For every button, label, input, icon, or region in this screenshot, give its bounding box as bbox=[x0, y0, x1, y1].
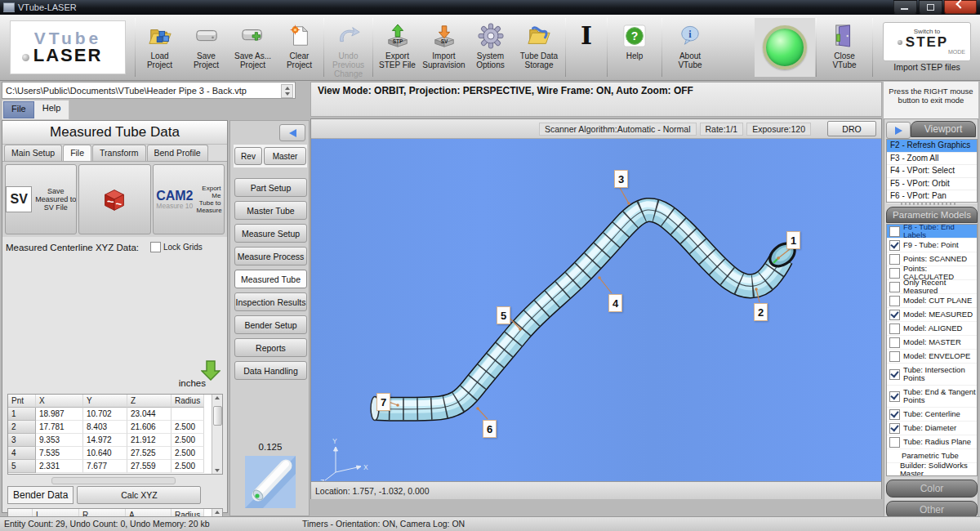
green-status-light[interactable] bbox=[763, 25, 807, 69]
point-label-1[interactable]: 1 bbox=[786, 231, 800, 249]
model-toggle[interactable]: Only Recent Measured bbox=[887, 280, 977, 294]
help-button[interactable]: ? Help bbox=[608, 15, 661, 80]
model-toggle[interactable]: Tube: Intersection Points bbox=[887, 364, 977, 386]
save-sv-file-button[interactable]: SV Save Measured to SV File bbox=[5, 164, 77, 234]
model-checkbox[interactable] bbox=[889, 351, 900, 362]
model-checkbox[interactable] bbox=[889, 324, 900, 334]
viewport-command[interactable]: F2 - Refresh Graphics bbox=[887, 140, 977, 153]
viewport-command[interactable]: F3 - Zoom All bbox=[887, 153, 977, 166]
undo-button[interactable]: Undo Previous Change bbox=[325, 15, 372, 80]
table-row[interactable]: 217.7818.40321.6062.500 bbox=[8, 421, 222, 434]
model-checkbox[interactable] bbox=[889, 369, 900, 380]
parametric-models-header[interactable]: Parametric Models bbox=[886, 207, 978, 223]
model-checkbox[interactable] bbox=[889, 226, 900, 237]
solidworks-export-button[interactable] bbox=[78, 164, 150, 234]
close-button[interactable] bbox=[944, 0, 977, 14]
model-toggle[interactable]: Model: CUT PLANE bbox=[887, 294, 977, 308]
nav-measure-setup[interactable]: Measure Setup bbox=[234, 224, 307, 243]
model-checkbox[interactable] bbox=[889, 423, 900, 434]
point-label-5[interactable]: 5 bbox=[497, 306, 510, 324]
lock-grids-checkbox[interactable]: Lock Grids bbox=[150, 242, 203, 252]
import-supravision-button[interactable]: SV Import Supravision bbox=[421, 15, 467, 80]
model-checkbox[interactable] bbox=[889, 437, 900, 448]
calc-xyz-button[interactable]: Calc XYZ bbox=[77, 486, 201, 504]
master-button[interactable]: Master bbox=[264, 147, 306, 165]
model-toggle[interactable]: F9 - Tube: Point bbox=[887, 239, 977, 252]
cam2-export-button[interactable]: CAM2 Measure 10 Export Me Tube to Measur… bbox=[153, 164, 225, 234]
nav-measure-process[interactable]: Measure Process bbox=[234, 247, 307, 266]
table-vscrollbar[interactable] bbox=[212, 395, 222, 474]
collapse-right-button[interactable] bbox=[886, 122, 911, 139]
model-toggle[interactable]: Model: MASTER bbox=[887, 336, 977, 350]
model-toggle[interactable]: Tube: Diameter bbox=[887, 422, 977, 435]
point-label-3[interactable]: 3 bbox=[614, 170, 628, 188]
nav-inspection-results[interactable]: Inspection Results bbox=[234, 292, 307, 311]
clear-project-button[interactable]: Clear Project bbox=[276, 15, 323, 80]
import-step-files-button[interactable]: Switch to STEP MODE Import STEP files bbox=[874, 15, 980, 80]
model-toggle[interactable]: Model: ENVELOPE bbox=[887, 350, 977, 364]
table-row[interactable]: 39.35314.97221.9122.500 bbox=[8, 434, 222, 447]
model-checkbox[interactable] bbox=[889, 254, 900, 265]
viewport-command[interactable]: F5 - VPort: Orbit bbox=[887, 178, 977, 191]
nav-reports[interactable]: Reports bbox=[234, 338, 307, 357]
tab-transform[interactable]: Transform bbox=[92, 145, 145, 161]
model-checkbox[interactable] bbox=[889, 282, 900, 292]
model-checkbox[interactable] bbox=[889, 268, 900, 279]
menu-file[interactable]: File bbox=[3, 101, 34, 118]
model-toggle[interactable]: Model: ALIGNED bbox=[887, 322, 977, 336]
path-spinner[interactable] bbox=[281, 84, 293, 98]
viewport-command[interactable]: F4 - VPort: Select bbox=[887, 165, 977, 178]
tab-main-setup[interactable]: Main Setup bbox=[4, 145, 62, 161]
model-toggle[interactable]: F8 - Tube: End Labels bbox=[887, 225, 977, 239]
measured-tube-data-panel: Measured Tube Data Main SetupFileTransfo… bbox=[2, 120, 228, 513]
model-checkbox[interactable] bbox=[889, 310, 900, 320]
dro-button[interactable]: DRO bbox=[827, 121, 876, 136]
color-section-button[interactable]: Color bbox=[886, 480, 978, 498]
load-project-button[interactable]: Load Project bbox=[136, 15, 183, 80]
left-panel-tabs: Main SetupFileTransformBend Profile bbox=[2, 145, 227, 162]
point-label-4[interactable]: 4 bbox=[608, 294, 622, 312]
collapse-left-button[interactable] bbox=[279, 124, 305, 141]
xyz-hscrollbar[interactable] bbox=[51, 477, 176, 484]
table-row[interactable]: 52.3317.67727.5592.500 bbox=[8, 460, 222, 473]
table-row[interactable]: 118.98710.70223.044 bbox=[8, 408, 222, 421]
export-step-button[interactable]: STP Export STEP File bbox=[374, 15, 421, 80]
rev-button[interactable]: Rev bbox=[234, 147, 262, 165]
model-checkbox[interactable] bbox=[889, 296, 900, 306]
minimize-button[interactable] bbox=[893, 0, 917, 14]
menu-help[interactable]: Help bbox=[35, 101, 69, 118]
tube-preview-icon[interactable] bbox=[245, 456, 296, 508]
model-toggle[interactable]: Model: MEASURED bbox=[887, 308, 977, 322]
model-checkbox[interactable] bbox=[889, 337, 900, 348]
model-checkbox[interactable] bbox=[889, 391, 900, 402]
tab-bend-profile[interactable]: Bend Profile bbox=[147, 145, 208, 161]
point-label-6[interactable]: 6 bbox=[483, 420, 497, 438]
maximize-button[interactable] bbox=[919, 0, 942, 14]
model-toggle[interactable]: Tube: End & Tangent Points bbox=[887, 386, 977, 408]
file-path-input[interactable]: C:\Users\Public\Documents\VTube\Header P… bbox=[2, 82, 296, 99]
viewport-3d-canvas[interactable]: Y X Z 1234567 bbox=[311, 139, 881, 481]
nav-bender-setup[interactable]: Bender Setup bbox=[234, 315, 307, 334]
model-checkbox[interactable] bbox=[889, 409, 900, 420]
text-cursor-tool[interactable]: I bbox=[567, 15, 606, 80]
point-label-7[interactable]: 7 bbox=[376, 393, 390, 411]
viewport-section-header[interactable]: Viewport bbox=[911, 121, 976, 137]
model-toggle[interactable]: Builder: SolidWorks Master bbox=[887, 463, 977, 476]
system-options-button[interactable]: System Options bbox=[467, 15, 514, 80]
model-checkbox[interactable] bbox=[889, 240, 900, 251]
save-project-button[interactable]: Save Project bbox=[183, 15, 229, 80]
xyz-table[interactable]: PntXYZRadius118.98710.70223.044217.7818.… bbox=[7, 394, 223, 475]
nav-master-tube[interactable]: Master Tube bbox=[234, 201, 307, 220]
point-label-2[interactable]: 2 bbox=[754, 303, 768, 321]
model-toggle[interactable]: Tube: Centerline bbox=[887, 408, 977, 422]
about-vtube-button[interactable]: i About VTube bbox=[663, 15, 717, 80]
nav-data-handling[interactable]: Data Handling bbox=[234, 361, 307, 380]
model-toggle[interactable]: Tube: Radius Plane bbox=[887, 435, 977, 449]
close-vtube-button[interactable]: Close VTube bbox=[817, 15, 871, 80]
nav-measured-tube[interactable]: Measured Tube bbox=[234, 270, 307, 288]
nav-part-setup[interactable]: Part Setup bbox=[234, 178, 307, 197]
table-row[interactable]: 47.53510.64027.5252.500 bbox=[8, 447, 222, 460]
tab-file[interactable]: File bbox=[63, 145, 91, 161]
save-as-project-button[interactable]: Save As... Project bbox=[229, 15, 276, 80]
tube-data-storage-button[interactable]: Tube Data Storage bbox=[514, 15, 564, 80]
